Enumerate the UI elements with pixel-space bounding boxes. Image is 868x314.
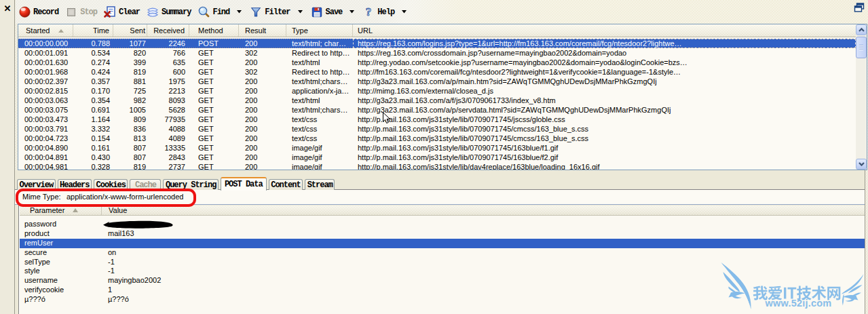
close-icon[interactable]: ✕ [3,5,12,13]
param-column-header-parameter[interactable]: Parameter [20,205,102,215]
cell-result: 200 [239,134,286,143]
request-row[interactable]: 00:00:03.7913.3328364088GET200text/cssht… [18,124,856,134]
cell-time: 0.274 [73,58,113,67]
column-header-type[interactable]: Type [286,24,353,37]
cell-time: 0.788 [73,39,113,48]
cell-sent: 813 [113,134,147,143]
scrollbar-thumb[interactable] [856,37,867,58]
cell-started: 00:00:03.075 [18,105,73,115]
param-value: on [101,248,865,258]
param-row[interactable]: password [20,220,865,229]
param-value: -1 [101,267,865,276]
param-name: style [20,267,101,276]
cell-received: 600 [147,67,189,77]
cell-received: 13335 [147,143,189,153]
cell-method: GET [189,162,239,170]
request-row[interactable]: 00:00:04.8900.16180713335GET200image/gif… [18,143,856,153]
request-row[interactable]: 00:00:03.0750.69110055628GET200text/html… [18,105,856,115]
dropdown-arrow-icon[interactable] [237,10,242,14]
cell-type: image/gif [286,143,353,153]
cell-sent: 399 [113,58,147,67]
request-row[interactable]: 00:00:03.0630.3549828093GET200text/htmlh… [18,96,856,105]
cell-result: 200 [239,153,286,162]
param-value [101,220,865,229]
scroll-down-icon[interactable] [856,159,867,170]
column-header-time[interactable]: Time [73,24,113,37]
param-row[interactable]: remUser [20,239,865,248]
cell-result: 200 [239,105,286,115]
request-row[interactable]: 00:00:01.9680.424819600GET302Redirect to… [18,67,856,77]
request-row[interactable]: 00:00:04.7230.1548134089GET200text/cssht… [18,134,856,143]
param-row[interactable]: productmail163 [20,229,865,239]
clear-button[interactable]: Clear [104,6,147,18]
toolbar-button-label: Clear [119,7,140,17]
param-row[interactable]: secureon [20,248,865,258]
dropdown-arrow-icon[interactable] [298,10,303,14]
param-row[interactable]: µ???óµ???ó [20,295,865,305]
find-icon [197,6,210,18]
save-button[interactable]: Save [311,6,363,18]
cell-time: 1.164 [73,115,113,124]
cell-started: 00:00:01.630 [18,58,73,67]
param-column-header-value[interactable]: Value [102,205,865,215]
tab-post-data[interactable]: POST Data [221,177,267,191]
request-row[interactable]: 00:00:04.8910.4308072843GET200image/gifh… [18,153,856,162]
column-header-started[interactable]: Started [18,24,73,37]
request-row[interactable]: 00:00:01.6300.274399635GET200text/htmlht… [18,58,856,67]
red-annotation-box [16,189,196,207]
column-header-received[interactable]: Received [147,24,189,37]
column-header-url[interactable]: URL [353,24,856,37]
request-row[interactable]: 00:00:02.8150.1707252213GET200applicatio… [18,86,856,96]
cell-type: application/x-ja… [286,86,353,96]
find-button[interactable]: Find [197,6,250,18]
request-row[interactable]: 00:00:03.4731.16480977935GET200text/cssh… [18,115,856,124]
help-button[interactable]: ?Help [362,6,415,18]
cell-started: 00:00:02.815 [18,86,73,96]
param-row[interactable]: usernamemayingbao2002 [20,276,865,286]
request-row[interactable]: 00:00:01.0910.534820766GET302Redirect to… [18,48,856,58]
toolbar-button-label: Help [377,7,394,17]
column-header-result[interactable]: Result [239,24,286,37]
summary-button[interactable]: Summary [147,6,197,18]
param-name: password [20,220,101,229]
tab-content[interactable]: Content [269,179,303,190]
param-row[interactable]: style-1 [20,267,865,276]
cell-type: text/html [286,58,353,67]
request-list-scrollbar[interactable] [856,24,867,170]
cell-type: text/css [286,124,353,134]
cell-sent: 1077 [113,39,147,48]
cell-url: https://reg.163.com/crossdomain.jsp?user… [353,48,856,58]
param-name: remUser [20,239,101,248]
tab-label: POST Data [225,180,263,189]
column-header-method[interactable]: Method [189,24,239,37]
dropdown-arrow-icon[interactable] [402,10,407,14]
tab-label: Content [271,180,300,190]
clear-icon [104,6,116,18]
cell-method: GET [189,86,239,96]
cell-url: http://p.mail.163.com/js31style/lib/0709… [353,115,856,124]
cell-type: text/html;chars… [286,77,353,86]
cell-method: GET [189,77,239,86]
cell-received: 5628 [147,105,189,115]
request-row[interactable]: 00:00:02.3970.3578811975GET200text/html;… [18,77,856,86]
restore-window-icon[interactable] [854,3,865,12]
param-row[interactable]: selType-1 [20,258,865,267]
column-header-label: Method [198,26,223,35]
scroll-up-icon[interactable] [856,24,867,35]
column-header-label: Result [245,26,266,35]
dropdown-arrow-icon[interactable] [350,10,354,14]
cell-type: Redirect to http… [286,67,353,77]
cell-received: 8093 [147,96,189,105]
tab-stream[interactable]: Stream [305,179,335,190]
column-header-sent[interactable]: Sent [113,24,147,37]
cell-result: 200 [239,96,286,105]
toolbar-button-label: Summary [162,7,191,17]
param-row[interactable]: verifycookie1 [20,286,865,295]
request-row[interactable]: 00:00:00.0000.78810772246POST200text/htm… [18,39,856,48]
filter-button[interactable]: Filter [250,6,310,18]
param-name: secure [20,248,101,258]
param-name: username [20,276,101,286]
cell-result: 200 [239,124,286,134]
record-button[interactable]: Record [18,6,65,18]
request-row[interactable]: 00:00:04.9810.3288192737GET200image/gifh… [18,162,856,170]
